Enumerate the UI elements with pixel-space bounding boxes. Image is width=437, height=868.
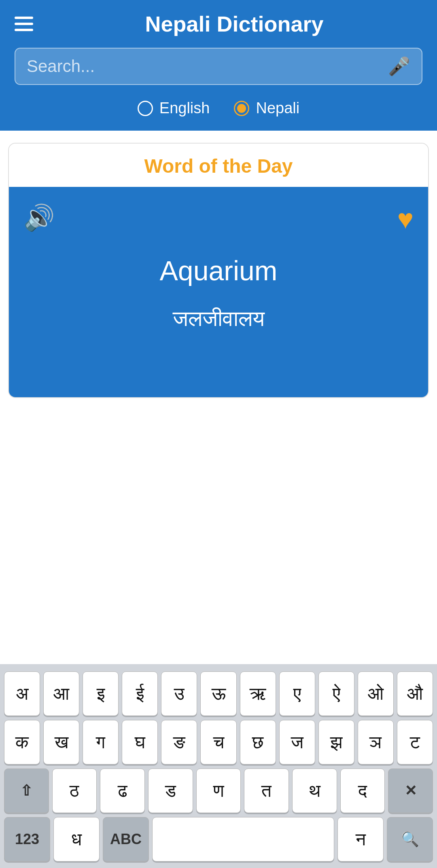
key-nya[interactable]: ञ [358,720,394,764]
keyboard-row-1: अ आ इ ई उ ऊ ऋ ए ऐ ओ औ [4,671,433,716]
favorite-heart-icon[interactable]: ♥ [397,203,414,235]
keyboard-row-3: ⇧ ठ ढ ड ण त थ द ✕ [4,768,433,813]
key-ta[interactable]: त [244,768,289,813]
key-dda[interactable]: ड [148,768,193,813]
key-e[interactable]: ए [279,671,315,716]
key-ga[interactable]: ग [83,720,119,764]
english-label: English [159,100,210,117]
key-123[interactable]: 123 [4,817,50,862]
backspace-key[interactable]: ✕ [388,768,433,813]
key-tta[interactable]: ट [397,720,433,764]
speaker-icon[interactable]: 🔊 [23,203,55,232]
key-gha[interactable]: घ [122,720,158,764]
wotd-nepali-word: जलजीवालय [173,306,265,332]
key-chha[interactable]: छ [240,720,276,764]
key-ka[interactable]: क [4,720,40,764]
keyboard-row-4: 123 ध ABC न 🔍 [4,817,433,862]
shift-key[interactable]: ⇧ [4,768,49,813]
key-abc[interactable]: ABC [103,817,149,862]
key-ai[interactable]: ऐ [318,671,354,716]
keyboard-row-2: क ख ग घ ङ च छ ज झ ञ ट [4,720,433,764]
space-key[interactable] [152,817,334,862]
app-title: Nepali Dictionary [46,11,422,36]
word-of-day-card: Word of the Day 🔊 ♥ Aquarium जलजीवालय [8,143,429,398]
search-input[interactable] [27,57,388,76]
key-u[interactable]: उ [161,671,197,716]
key-kha[interactable]: ख [43,720,79,764]
key-nga[interactable]: ङ [161,720,197,764]
nepali-radio-inner [237,104,246,113]
key-o[interactable]: ओ [358,671,394,716]
wotd-english-word: Aquarium [159,255,277,286]
key-i[interactable]: इ [83,671,119,716]
wotd-header: Word of the Day [9,144,428,187]
key-da[interactable]: द [340,768,385,813]
key-a[interactable]: अ [4,671,40,716]
wotd-icons-row: 🔊 ♥ [23,203,414,235]
hamburger-menu-button[interactable] [15,17,33,31]
english-radio-option[interactable]: English [138,100,210,117]
key-ddha[interactable]: ढ [100,768,145,813]
language-toggle: English Nepali [15,96,422,121]
wotd-body: 🔊 ♥ Aquarium जलजीवालय [9,187,428,397]
nepali-radio-option[interactable]: Nepali [234,100,299,117]
key-cha[interactable]: च [200,720,236,764]
search-bar[interactable]: 🎤 [15,48,422,85]
nepali-label: Nepali [256,100,299,117]
key-ja[interactable]: ज [279,720,315,764]
keyboard-area: अ आ इ ई उ ऊ ऋ ए ऐ ओ औ क ख ग घ ङ च छ ज झ … [0,664,437,868]
main-content: Word of the Day 🔊 ♥ Aquarium जलजीवालय [0,131,437,664]
header-top-row: Nepali Dictionary [15,11,422,36]
keyboard-search-key[interactable]: 🔍 [387,817,433,862]
key-ri[interactable]: ऋ [240,671,276,716]
key-ttha[interactable]: ठ [52,768,97,813]
key-na[interactable]: न [337,817,384,862]
key-uu[interactable]: ऊ [200,671,236,716]
key-jha[interactable]: झ [318,720,354,764]
key-nna[interactable]: ण [196,768,241,813]
nepali-radio-circle[interactable] [234,101,249,116]
key-tha[interactable]: थ [292,768,337,813]
mic-icon[interactable]: 🎤 [388,56,410,77]
wotd-title: Word of the Day [144,155,293,177]
key-aa[interactable]: आ [43,671,79,716]
key-ii[interactable]: ई [122,671,158,716]
app-header: Nepali Dictionary 🎤 English Nepali [0,0,437,131]
english-radio-circle[interactable] [138,101,153,116]
key-dha[interactable]: ध [53,817,100,862]
key-au[interactable]: औ [397,671,433,716]
